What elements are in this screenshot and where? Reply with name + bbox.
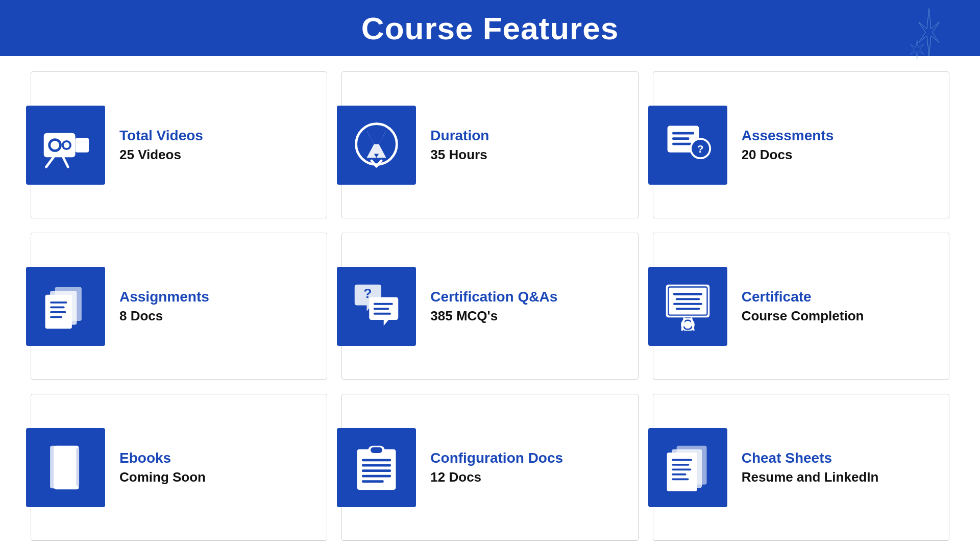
card-assignments: Assignments 8 Docs xyxy=(31,233,327,380)
svg-rect-15 xyxy=(672,142,692,145)
svg-rect-43 xyxy=(76,448,79,486)
svg-rect-27 xyxy=(374,303,393,305)
svg-rect-32 xyxy=(673,292,702,295)
ebooks-text: Ebooks Coming Soon xyxy=(105,450,206,485)
svg-rect-54 xyxy=(667,453,697,491)
config-icon-box xyxy=(337,428,416,507)
assessment-icon-box: ? xyxy=(648,106,727,185)
certificate-icon xyxy=(664,282,712,331)
svg-rect-47 xyxy=(362,459,391,461)
ebook-icon-box xyxy=(26,428,105,507)
ebooks-label: Ebooks xyxy=(119,450,206,466)
assessments-value: 20 Docs xyxy=(742,147,834,163)
config-icon xyxy=(352,443,401,492)
total-videos-text: Total Videos 25 Videos xyxy=(105,128,203,163)
svg-rect-29 xyxy=(374,312,391,314)
svg-point-2 xyxy=(51,140,59,149)
certification-qas-text: Certification Q&As 385 MCQ's xyxy=(416,289,557,324)
video-icon xyxy=(41,121,90,169)
card-cheat-sheets: Cheat Sheets Resume and LinkedIn xyxy=(653,394,949,541)
svg-line-7 xyxy=(63,157,68,167)
svg-rect-50 xyxy=(362,474,391,477)
svg-rect-23 xyxy=(50,306,65,308)
card-configuration-docs: Configuration Docs 12 Docs xyxy=(341,394,638,541)
cheat-sheets-text: Cheat Sheets Resume and LinkedIn xyxy=(727,450,879,485)
total-videos-value: 25 Videos xyxy=(119,147,203,163)
svg-rect-59 xyxy=(672,478,689,480)
svg-rect-35 xyxy=(675,308,700,310)
svg-rect-56 xyxy=(672,463,689,465)
assessments-label: Assessments xyxy=(742,128,834,144)
certificate-icon-box xyxy=(648,267,727,346)
certificate-label: Certificate xyxy=(742,289,864,305)
page-header: Course Features xyxy=(0,0,980,56)
total-videos-label: Total Videos xyxy=(119,128,203,144)
cheat-sheets-value: Resume and LinkedIn xyxy=(742,469,879,485)
duration-value: 35 Hours xyxy=(430,147,489,163)
svg-rect-46 xyxy=(371,447,382,453)
svg-rect-33 xyxy=(675,298,700,300)
svg-rect-55 xyxy=(672,459,692,461)
card-ebooks: Ebooks Coming Soon xyxy=(31,394,327,541)
svg-point-4 xyxy=(64,142,69,147)
svg-rect-25 xyxy=(50,316,62,318)
qa-icon: ? xyxy=(352,282,401,331)
svg-rect-51 xyxy=(362,480,384,483)
duration-text: Duration 35 Hours xyxy=(416,128,489,163)
svg-rect-48 xyxy=(362,464,391,466)
cheatsheet-icon-box xyxy=(648,428,727,507)
svg-rect-24 xyxy=(50,311,66,313)
assignment-icon-box xyxy=(26,267,105,346)
configuration-docs-label: Configuration Docs xyxy=(430,450,563,466)
certification-qas-label: Certification Q&As xyxy=(430,289,557,305)
features-grid: Total Videos 25 Videos Duration 35 Hours xyxy=(0,56,980,551)
clock-icon xyxy=(352,121,401,169)
assignments-text: Assignments 8 Docs xyxy=(105,289,209,324)
ebooks-value: Coming Soon xyxy=(119,469,206,485)
card-total-videos: Total Videos 25 Videos xyxy=(31,71,327,218)
ebook-icon xyxy=(41,443,90,492)
assessment-icon: ? xyxy=(664,121,712,169)
svg-point-38 xyxy=(684,321,692,329)
card-certification-qas: ? Certification Q&As 385 MCQ's xyxy=(341,233,638,380)
configuration-docs-text: Configuration Docs 12 Docs xyxy=(416,450,563,485)
svg-rect-57 xyxy=(672,468,691,470)
certificate-value: Course Completion xyxy=(742,308,864,324)
svg-rect-22 xyxy=(50,302,67,304)
svg-rect-30 xyxy=(666,284,709,317)
card-assessments: ? Assessments 20 Docs xyxy=(653,71,949,218)
assessments-text: Assessments 20 Docs xyxy=(727,128,834,163)
svg-rect-13 xyxy=(672,132,694,134)
configuration-docs-value: 12 Docs xyxy=(430,469,563,485)
svg-marker-10 xyxy=(367,131,386,144)
svg-line-6 xyxy=(46,157,54,167)
star-decoration xyxy=(888,5,949,66)
qa-icon-box: ? xyxy=(337,267,416,346)
video-icon-box xyxy=(26,106,105,185)
duration-label: Duration xyxy=(430,128,489,144)
svg-rect-5 xyxy=(76,138,89,153)
clock-icon-box xyxy=(337,106,416,185)
card-duration: Duration 35 Hours xyxy=(341,71,638,218)
svg-rect-14 xyxy=(672,137,689,140)
svg-rect-49 xyxy=(362,469,391,472)
cheatsheet-icon xyxy=(664,443,712,492)
card-certificate: Certificate Course Completion xyxy=(653,233,949,380)
svg-rect-58 xyxy=(672,473,687,475)
certification-qas-value: 385 MCQ's xyxy=(430,308,557,324)
page-title: Course Features xyxy=(361,10,619,46)
assignments-value: 8 Docs xyxy=(119,308,209,324)
cheat-sheets-label: Cheat Sheets xyxy=(742,450,879,466)
assignment-icon xyxy=(41,282,90,331)
certificate-text: Certificate Course Completion xyxy=(727,289,864,324)
svg-rect-28 xyxy=(374,308,389,310)
svg-text:?: ? xyxy=(697,142,703,154)
assignments-label: Assignments xyxy=(119,289,209,305)
svg-rect-34 xyxy=(673,303,702,305)
